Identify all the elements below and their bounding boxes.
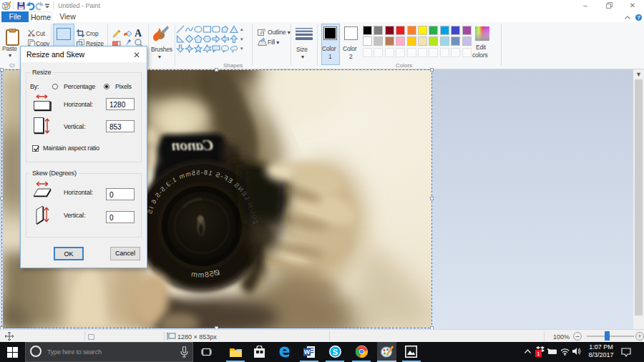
svg-text:1: 1 [537, 351, 540, 357]
svg-text:W: W [304, 348, 311, 356]
svg-text:S: S [333, 348, 338, 356]
